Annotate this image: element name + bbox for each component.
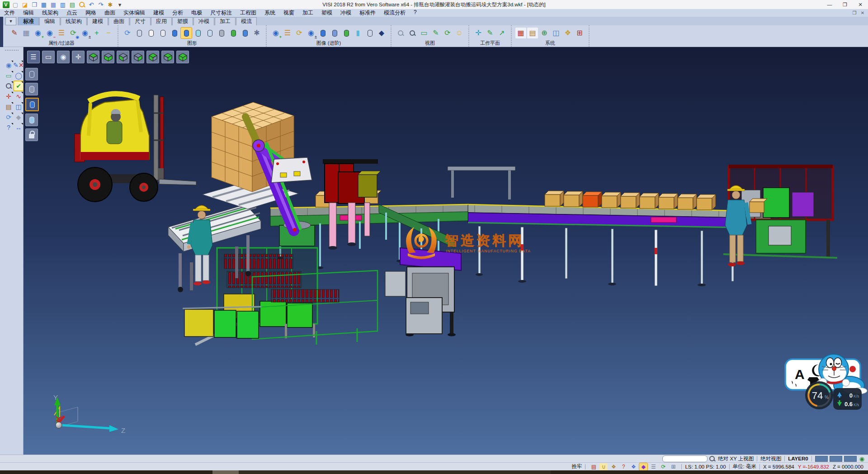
maximize-button[interactable]: ❐ bbox=[837, 0, 853, 9]
tab-建模[interactable]: 建模 bbox=[87, 17, 108, 25]
adv-show-icon[interactable]: ◉+ bbox=[270, 28, 281, 38]
menu-item-工程图[interactable]: 工程图 bbox=[236, 9, 260, 17]
workplane-xy-icon[interactable]: ✛ bbox=[473, 28, 484, 38]
tab-线架构[interactable]: 线架构 bbox=[61, 17, 87, 25]
snap-point-icon[interactable]: ❖ bbox=[629, 463, 637, 470]
tab-dropdown-button[interactable]: ▼ bbox=[5, 17, 16, 25]
options-panel-icon[interactable]: ◫ bbox=[551, 28, 561, 38]
remove-filter-icon[interactable]: − bbox=[103, 28, 114, 38]
tab-曲面[interactable]: 曲面 bbox=[108, 17, 129, 25]
visi-logo[interactable]: V bbox=[2, 1, 10, 8]
macro-icon[interactable]: ✱ bbox=[106, 1, 114, 8]
menu-item-实体编辑[interactable]: 实体编辑 bbox=[119, 9, 149, 17]
display-wireframe-icon[interactable] bbox=[25, 68, 38, 81]
workplane-align-icon[interactable]: ↗ bbox=[496, 28, 507, 38]
lock-label[interactable]: 拴牢 bbox=[571, 463, 582, 470]
tab-尺寸[interactable]: 尺寸 bbox=[130, 17, 151, 25]
tab-加工[interactable]: 加工 bbox=[215, 17, 236, 25]
open-model-icon[interactable]: ❒ bbox=[30, 1, 38, 8]
menu-item-加工[interactable]: 加工 bbox=[298, 9, 317, 17]
hide-entities-icon[interactable]: ◉− bbox=[44, 28, 55, 38]
mdi-restore-button[interactable]: ❐ bbox=[851, 10, 858, 15]
layer-swatch[interactable] bbox=[830, 456, 842, 462]
new-file-icon[interactable]: ▢ bbox=[11, 1, 19, 8]
menu-item-标准件[interactable]: 标准件 bbox=[355, 9, 380, 17]
tab-标准[interactable]: 标准 bbox=[18, 17, 39, 25]
layer-label[interactable]: LAYER0 bbox=[788, 456, 808, 461]
verified-cylinder-icon[interactable] bbox=[341, 28, 352, 38]
snap-solid-icon[interactable]: ◆ bbox=[639, 463, 647, 470]
adv-refresh-icon[interactable]: ⟳ bbox=[294, 28, 305, 38]
zoom-selector-icon[interactable] bbox=[4, 81, 13, 90]
menu-item-网格[interactable]: 网格 bbox=[81, 9, 100, 17]
attributes-brush-icon[interactable]: ✎ bbox=[9, 28, 20, 38]
graphics-settings-icon[interactable]: ✱ bbox=[251, 28, 262, 38]
view-isometric-icon[interactable] bbox=[176, 51, 189, 63]
sketch-circle-icon[interactable]: ◯ bbox=[14, 71, 23, 80]
toolbar-drag-handle[interactable] bbox=[5, 50, 19, 57]
view-front-icon[interactable] bbox=[117, 51, 129, 63]
layer-swatch[interactable] bbox=[815, 456, 828, 462]
color-table-icon[interactable]: ▤ bbox=[527, 28, 538, 38]
undo-icon[interactable]: ↶ bbox=[87, 1, 95, 8]
wireframe-cylinder-icon[interactable] bbox=[134, 28, 145, 38]
menu-item-尺寸标注[interactable]: 尺寸标注 bbox=[206, 9, 236, 17]
save-icon[interactable]: ▦ bbox=[40, 1, 48, 8]
confirm-check-icon[interactable]: ✔ bbox=[14, 81, 23, 90]
shaded-edges-cylinder-icon[interactable] bbox=[181, 28, 192, 38]
viewport-menu-icon[interactable]: ☰ bbox=[27, 51, 40, 63]
erase-sketch-icon[interactable]: ✎✕ bbox=[14, 61, 23, 70]
view-mode-label[interactable]: 绝对 XY 上视图 bbox=[718, 455, 754, 462]
refresh-visibility-icon[interactable]: ⟳◉ bbox=[68, 28, 79, 38]
view-top-icon[interactable] bbox=[87, 51, 99, 63]
solid-cube-icon[interactable]: ◆ bbox=[14, 113, 23, 122]
fit-plane-icon[interactable]: ▭ bbox=[42, 51, 55, 63]
striped-cylinder-icon[interactable] bbox=[329, 28, 340, 38]
render-smiley-icon[interactable]: ☺ bbox=[454, 28, 465, 38]
move-triad-icon[interactable]: ✛ bbox=[4, 92, 13, 101]
snap-list-icon[interactable]: ☰ bbox=[649, 463, 657, 470]
adv-wireframe-icon[interactable] bbox=[364, 28, 375, 38]
sketch-curve-icon[interactable]: ∿ bbox=[14, 92, 23, 101]
pick-hand-icon[interactable]: ❖ bbox=[562, 28, 573, 38]
layer-swatch[interactable] bbox=[844, 456, 857, 462]
plane-select-icon[interactable]: ▭ bbox=[4, 71, 13, 80]
show-entities-icon[interactable]: ◉+ bbox=[33, 28, 43, 38]
view-bottom-icon[interactable] bbox=[102, 51, 114, 63]
menu-item-文件[interactable]: 文件 bbox=[0, 9, 19, 17]
frame-select-icon[interactable]: ▭ bbox=[419, 28, 429, 38]
adv-traffic-icon[interactable]: ☰ bbox=[282, 28, 293, 38]
fly-select-icon[interactable]: ◉ bbox=[4, 61, 13, 70]
snap-stamp-icon[interactable]: ❖ bbox=[609, 463, 618, 470]
menu-item-建模[interactable]: 建模 bbox=[149, 9, 168, 17]
menu-item-编辑[interactable]: 编辑 bbox=[19, 9, 38, 17]
net-speed-panel[interactable]: 0 K/s 0.6 K/s bbox=[833, 388, 862, 410]
matrix-icon[interactable]: ⊞ bbox=[574, 28, 585, 38]
copy-view-icon[interactable] bbox=[240, 28, 250, 38]
probe-icon[interactable]: ▮ bbox=[353, 28, 363, 38]
display-shaded-icon[interactable] bbox=[25, 98, 39, 111]
3d-scene-canvas[interactable]: 智造资料网 INTELLIGENT MANUFACTURING DATA bbox=[24, 47, 868, 455]
save-all-icon[interactable]: ▥ bbox=[59, 1, 67, 8]
print-icon[interactable]: ▤ bbox=[68, 1, 76, 8]
triad-icon[interactable]: ✛ bbox=[72, 51, 85, 63]
regen-view-icon[interactable]: ⟳ bbox=[4, 113, 13, 122]
menu-item-分析[interactable]: 分析 bbox=[168, 9, 187, 17]
save-as-icon[interactable]: ▦ bbox=[49, 1, 57, 8]
help-icon[interactable]: ? bbox=[4, 123, 13, 132]
menu-item-系统[interactable]: 系统 bbox=[260, 9, 279, 17]
tab-冲模[interactable]: 冲模 bbox=[193, 17, 214, 25]
image-attributes-icon[interactable]: ▦ bbox=[21, 28, 32, 38]
preview-icon[interactable] bbox=[78, 1, 86, 8]
snap-magnet-icon[interactable]: ∪ bbox=[599, 463, 608, 470]
globe-icon[interactable]: ◉ bbox=[859, 455, 864, 462]
view-back-icon[interactable] bbox=[132, 51, 144, 63]
multi-body-icon[interactable] bbox=[228, 28, 239, 38]
menu-item-?[interactable]: ? bbox=[410, 9, 421, 17]
system-tools-icon[interactable]: ⊕ bbox=[539, 28, 550, 38]
flat-cylinder-icon[interactable] bbox=[204, 28, 215, 38]
menu-item-点云[interactable]: 点云 bbox=[62, 9, 81, 17]
menu-item-视窗[interactable]: 视窗 bbox=[279, 9, 298, 17]
section-cylinder-icon[interactable] bbox=[317, 28, 328, 38]
snap-grid-icon[interactable]: ⊞ bbox=[669, 463, 677, 470]
